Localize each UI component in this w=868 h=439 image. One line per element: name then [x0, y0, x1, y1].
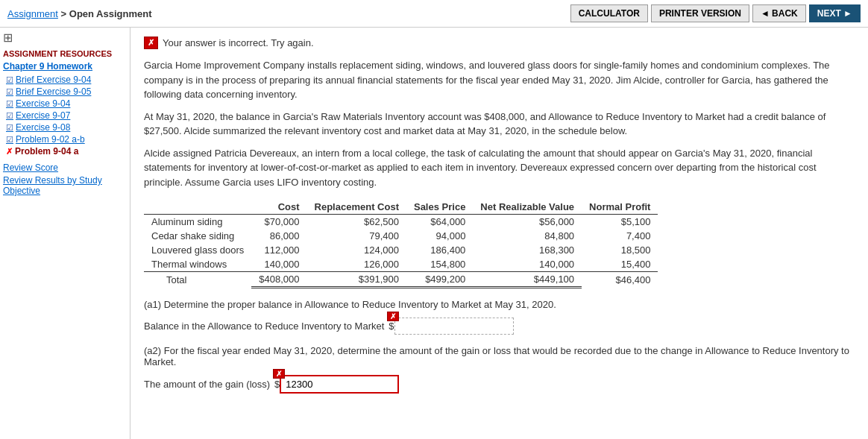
a1-dollar-sign: $	[389, 320, 394, 332]
table-cell: 124,000	[307, 243, 406, 257]
table-cell: $70,000	[251, 215, 306, 230]
breadcrumb-separator: >	[61, 8, 69, 19]
table-cell: $62,500	[307, 215, 406, 230]
table-cell: 79,400	[307, 229, 406, 243]
sidebar-item-ex-9-07[interactable]: ☑ Exercise 9-07	[6, 110, 127, 121]
table-cell: 112,000	[251, 243, 306, 257]
top-bar: Assignment > Open Assignment CALCULATOR …	[0, 0, 868, 28]
table-row: Louvered glass doors112,000124,000186,40…	[144, 243, 658, 257]
a2-input-row: The amount of the gain (loss) ✗ $	[144, 375, 855, 394]
sidebar-chapter-title[interactable]: Chapter 9 Homework	[3, 61, 127, 72]
back-button[interactable]: ◄ BACK	[752, 4, 806, 22]
table-cell: 140,000	[251, 257, 306, 272]
printer-version-button[interactable]: PRINTER VERSION	[651, 4, 749, 22]
main-layout: ⊞ ASSIGNMENT RESOURCES Chapter 9 Homewor…	[0, 28, 868, 439]
sidebar-item-brief-ex-9-04[interactable]: ☑ Brief Exercise 9-04	[6, 75, 127, 85]
sidebar-item-label: Problem 9-02 a-b	[16, 134, 85, 145]
check-icon-ex-9-04: ☑	[6, 99, 13, 109]
question-a2-text: (a2) For the fiscal year ended May 31, 2…	[144, 345, 855, 367]
table-row: Total$408,000$391,900$499,200$449,100$46…	[144, 272, 658, 288]
a1-input-row: Balance in the Allowance to Reduce Inven…	[144, 318, 855, 335]
table-cell: 140,000	[473, 257, 582, 272]
a2-dollar-sign: $	[274, 379, 280, 390]
question-a1-section: (a1) Determine the proper balance in All…	[144, 299, 855, 335]
sidebar-item-ex-9-04[interactable]: ☑ Exercise 9-04	[6, 98, 127, 109]
toolbar-buttons: CALCULATOR PRINTER VERSION ◄ BACK NEXT ►	[570, 4, 861, 22]
col-header-item	[144, 200, 251, 215]
check-icon-brief-9-04: ☑	[6, 75, 13, 85]
passage-para-3: Alcide assigned Patricia Devereaux, an i…	[144, 146, 855, 190]
passage-para-2: At May 31, 2020, the balance in Garcia's…	[144, 110, 855, 139]
a1-answer-box: ✗ $	[389, 318, 513, 335]
table-cell: Aluminum siding	[144, 215, 251, 230]
table-cell: 126,000	[307, 257, 406, 272]
table-cell: $408,000	[251, 272, 306, 288]
col-header-cost: Cost	[251, 200, 306, 215]
a2-answer-box: ✗ $	[274, 375, 399, 394]
table-cell: $391,900	[307, 272, 406, 288]
a1-answer-input[interactable]	[394, 318, 514, 335]
breadcrumb: Assignment > Open Assignment	[7, 8, 152, 19]
table-cell: 94,000	[406, 229, 473, 243]
check-icon-ex-9-07: ☑	[6, 111, 13, 121]
check-icon-brief-9-05: ☑	[6, 87, 13, 97]
table-cell: Louvered glass doors	[144, 243, 251, 257]
sidebar-item-prob-9-04[interactable]: ✗ Problem 9-04 a	[6, 146, 127, 157]
table-cell: 154,800	[406, 257, 473, 272]
table-cell: 15,400	[582, 257, 658, 272]
a1-input-label: Balance in the Allowance to Reduce Inven…	[144, 320, 384, 332]
main-content: ✗ Your answer is incorrect. Try again. G…	[130, 28, 868, 439]
breadcrumb-link[interactable]: Assignment	[7, 8, 58, 19]
a2-answer-input[interactable]	[280, 375, 399, 394]
col-header-sales: Sales Price	[406, 200, 473, 215]
sidebar: ⊞ ASSIGNMENT RESOURCES Chapter 9 Homewor…	[0, 28, 130, 439]
table-cell: Cedar shake siding	[144, 229, 251, 243]
sidebar-expand-icon[interactable]: ⊞	[3, 31, 13, 45]
table-cell: 86,000	[251, 229, 306, 243]
a1-error-icon: ✗	[387, 312, 399, 321]
review-score-link[interactable]: Review Score	[3, 162, 127, 173]
sidebar-item-label: Brief Exercise 9-05	[16, 86, 91, 97]
table-cell: 7,400	[582, 229, 658, 243]
sidebar-item-label: Exercise 9-04	[16, 98, 70, 109]
review-results-link[interactable]: Review Results by Study Objective	[3, 175, 127, 196]
next-button[interactable]: NEXT ►	[809, 4, 861, 22]
check-icon-prob-9-02: ☑	[6, 135, 13, 145]
question-a1-text: (a1) Determine the proper balance in All…	[144, 299, 855, 310]
error-icon-prob-9-04: ✗	[6, 147, 13, 157]
inventory-table: Cost Replacement Cost Sales Price Net Re…	[144, 200, 658, 288]
table-cell: $449,100	[473, 272, 582, 288]
breadcrumb-current: Open Assignment	[69, 8, 152, 19]
sidebar-item-label: Problem 9-04 a	[15, 146, 78, 157]
table-cell: 186,400	[406, 243, 473, 257]
table-cell: 168,300	[473, 243, 582, 257]
sidebar-item-brief-ex-9-05[interactable]: ☑ Brief Exercise 9-05	[6, 86, 127, 97]
sidebar-top: ⊞	[3, 31, 127, 45]
table-cell: 18,500	[582, 243, 658, 257]
sidebar-item-label: Exercise 9-07	[16, 110, 70, 121]
sidebar-section-title: ASSIGNMENT RESOURCES	[3, 49, 127, 58]
error-message: Your answer is incorrect. Try again.	[163, 37, 314, 48]
sidebar-item-ex-9-08[interactable]: ☑ Exercise 9-08	[6, 122, 127, 133]
table-row: Thermal windows140,000126,000154,800140,…	[144, 257, 658, 272]
col-header-profit: Normal Profit	[582, 200, 658, 215]
a2-input-label: The amount of the gain (loss)	[144, 379, 270, 390]
error-icon: ✗	[144, 37, 158, 49]
table-row: Aluminum siding$70,000$62,500$64,000$56,…	[144, 215, 658, 230]
table-cell: $5,100	[582, 215, 658, 230]
table-cell: 84,800	[473, 229, 582, 243]
table-cell: $56,000	[473, 215, 582, 230]
sidebar-item-label: Exercise 9-08	[16, 122, 70, 133]
col-header-replacement: Replacement Cost	[307, 200, 406, 215]
sidebar-item-prob-9-02[interactable]: ☑ Problem 9-02 a-b	[6, 134, 127, 145]
table-cell: Total	[144, 272, 251, 288]
table-cell: $499,200	[406, 272, 473, 288]
check-icon-ex-9-08: ☑	[6, 123, 13, 133]
table-cell: Thermal windows	[144, 257, 251, 272]
sidebar-item-label: Brief Exercise 9-04	[16, 75, 91, 85]
passage-para-1: Garcia Home Improvement Company installs…	[144, 58, 855, 102]
table-row: Cedar shake siding86,00079,40094,00084,8…	[144, 229, 658, 243]
calculator-button[interactable]: CALCULATOR	[570, 4, 648, 22]
a2-error-icon: ✗	[273, 369, 285, 379]
col-header-nrv: Net Realizable Value	[473, 200, 582, 215]
